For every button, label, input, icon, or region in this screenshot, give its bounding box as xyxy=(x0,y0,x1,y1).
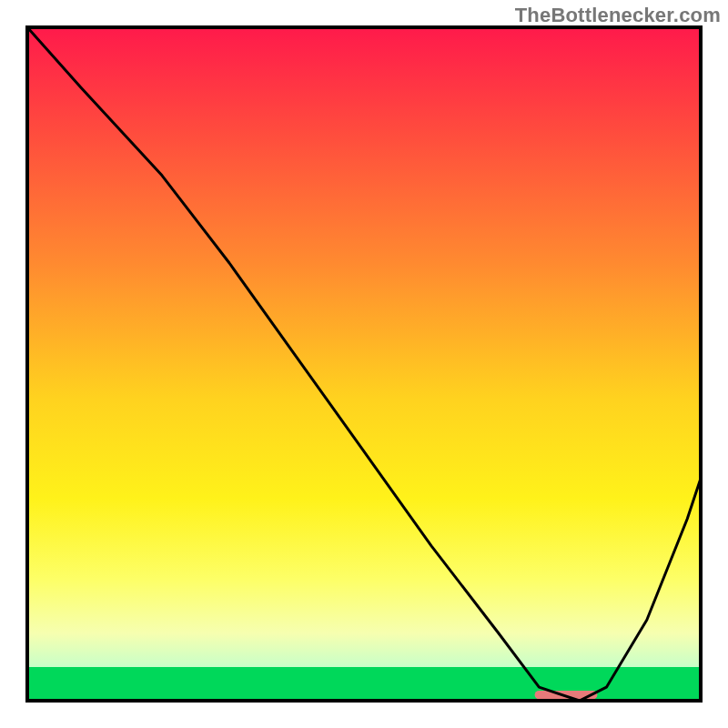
chart-svg xyxy=(0,0,728,728)
plot-area xyxy=(27,27,701,701)
chart-container: TheBottlenecker.com xyxy=(0,0,728,728)
attribution-label: TheBottlenecker.com xyxy=(515,4,721,27)
heat-gradient-rect xyxy=(27,27,701,701)
green-band xyxy=(27,667,701,701)
